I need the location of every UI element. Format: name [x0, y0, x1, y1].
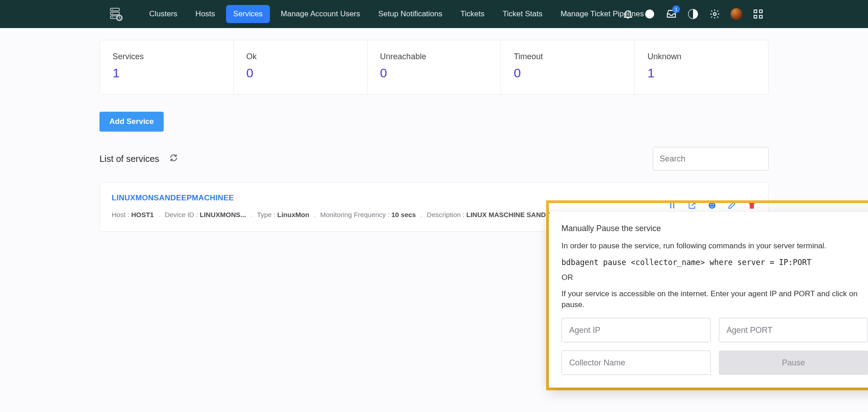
stat-timeout: Timeout 0: [501, 40, 635, 94]
stat-value: 0: [514, 66, 622, 81]
app-logo[interactable]: [108, 6, 124, 22]
top-nav: Clusters Hosts Services Manage Account U…: [0, 0, 868, 28]
svg-point-5: [112, 17, 113, 18]
popover-line1: In order to pause the service, run follo…: [561, 241, 868, 251]
nav-manage-users[interactable]: Manage Account Users: [274, 5, 368, 23]
host-value: HOST1: [131, 211, 154, 218]
meta-separator: .: [250, 211, 252, 218]
nav-services[interactable]: Services: [226, 5, 270, 23]
nav-items: Clusters Hosts Services Manage Account U…: [142, 5, 651, 23]
type-value: LinuxMon: [277, 211, 309, 218]
inbox-icon[interactable]: 1: [665, 8, 677, 20]
agent-ip-input[interactable]: [561, 318, 711, 342]
pause-popover: Manually Pause the service In order to p…: [549, 212, 868, 388]
type-label: Type :: [257, 211, 275, 218]
svg-rect-0: [110, 8, 119, 11]
stat-label: Timeout: [514, 52, 622, 62]
server-stack-icon: [108, 6, 124, 22]
bell-icon[interactable]: [622, 8, 634, 20]
apps-grid-icon[interactable]: [752, 8, 764, 20]
stat-services: Services 1: [100, 40, 234, 94]
svg-point-4: [112, 13, 113, 14]
popover-line2: If your service is accessible on the int…: [561, 289, 868, 310]
svg-point-11: [713, 13, 716, 15]
stats-row: Services 1 Ok 0 Unreachable 0 Timeout 0 …: [99, 40, 769, 95]
nav-setup-notifications[interactable]: Setup Notifications: [371, 5, 450, 23]
meta-separator: .: [158, 211, 160, 218]
meta-separator: .: [420, 211, 422, 218]
stat-value: 0: [380, 66, 488, 81]
meta-separator: .: [314, 211, 316, 218]
agent-port-input[interactable]: [719, 318, 868, 342]
theme-icon[interactable]: [687, 8, 699, 20]
list-title: List of services: [99, 154, 159, 164]
popover-title: Manually Pause the service: [561, 224, 868, 233]
add-service-button[interactable]: Add Service: [99, 112, 164, 132]
nav-ticket-stats[interactable]: Ticket Stats: [495, 5, 550, 23]
stat-label: Ok: [246, 52, 354, 62]
svg-rect-13: [760, 10, 762, 13]
host-label: Host :: [112, 211, 129, 218]
stat-label: Unreachable: [380, 52, 488, 62]
desc-value: LINUX MASCHINE SANDEEP: [466, 211, 559, 218]
search-input[interactable]: [660, 154, 764, 164]
pause-popover-highlight: Manually Pause the service In order to p…: [546, 200, 868, 390]
search-box[interactable]: [653, 147, 769, 170]
svg-text:?: ?: [648, 10, 652, 18]
popover-form: Pause: [561, 318, 868, 375]
inbox-badge: 1: [672, 5, 680, 13]
list-header-left: List of services: [99, 153, 178, 164]
settings-icon[interactable]: [709, 8, 721, 20]
stat-value: 1: [113, 66, 221, 81]
freq-value: 10 secs: [392, 211, 416, 218]
stat-label: Unknown: [647, 52, 755, 62]
svg-rect-14: [754, 15, 757, 18]
freq-label: Monitoring Frequency :: [320, 211, 389, 218]
avatar[interactable]: [731, 8, 742, 20]
refresh-icon[interactable]: [169, 153, 178, 164]
stat-label: Services: [113, 52, 221, 62]
nav-right: ? 1: [622, 0, 764, 28]
popover-command: bdbagent pause <collector_name> where se…: [561, 258, 868, 267]
pause-button[interactable]: Pause: [719, 350, 868, 375]
nav-clusters[interactable]: Clusters: [142, 5, 184, 23]
list-header: List of services: [99, 147, 769, 170]
stat-unknown: Unknown 1: [635, 40, 768, 94]
svg-rect-15: [760, 15, 762, 18]
device-value: LINUXMONS...: [200, 211, 246, 218]
stat-value: 1: [647, 66, 755, 81]
collector-name-input[interactable]: [561, 350, 711, 375]
help-icon[interactable]: ?: [644, 8, 656, 20]
device-label: Device ID :: [165, 211, 198, 218]
popover-or: OR: [561, 273, 868, 282]
nav-tickets[interactable]: Tickets: [453, 5, 492, 23]
svg-point-3: [112, 9, 113, 10]
stat-ok: Ok 0: [234, 40, 368, 94]
desc-label: Description :: [427, 211, 464, 218]
stat-unreachable: Unreachable 0: [368, 40, 501, 94]
svg-rect-12: [754, 10, 757, 13]
nav-hosts[interactable]: Hosts: [188, 5, 222, 23]
stat-value: 0: [246, 66, 354, 81]
svg-rect-1: [110, 12, 119, 15]
